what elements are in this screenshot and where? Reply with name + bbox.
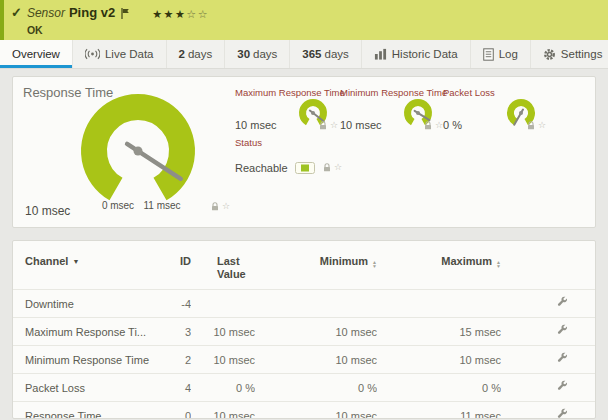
table-row-packet-loss[interactable]: Packet Loss 4 0 % 0 % 0 % bbox=[13, 374, 595, 402]
favorite-star-icon[interactable]: ☆ bbox=[435, 121, 443, 130]
wrench-icon[interactable] bbox=[556, 408, 569, 419]
lock-icon[interactable] bbox=[323, 163, 331, 172]
tab-settings[interactable]: Settings bbox=[531, 40, 608, 68]
cell-maximum: 10 msec bbox=[377, 346, 501, 374]
sensor-kind-label: Sensor bbox=[27, 6, 65, 20]
column-header-id[interactable]: ID bbox=[153, 245, 191, 290]
column-header-maximum[interactable]: Maximum▲▼ bbox=[377, 245, 501, 290]
column-header-channel[interactable]: Channel▼ bbox=[13, 245, 153, 290]
cell-channel[interactable]: Packet Loss bbox=[13, 374, 153, 402]
tab-365-days-label: days bbox=[325, 48, 349, 60]
gear-icon bbox=[543, 48, 556, 61]
favorite-star-icon[interactable]: ☆ bbox=[330, 121, 338, 130]
wrench-icon[interactable] bbox=[556, 296, 569, 309]
tab-historic-data-label: Historic Data bbox=[392, 48, 458, 60]
cell-channel[interactable]: Response Time bbox=[13, 402, 153, 420]
response-time-gauge bbox=[68, 89, 208, 203]
flag-icon[interactable] bbox=[121, 8, 130, 19]
favorite-star-icon[interactable]: ☆ bbox=[222, 202, 230, 211]
favorite-star-icon[interactable]: ☆ bbox=[334, 163, 342, 172]
tab-2-days[interactable]: 2 days bbox=[167, 40, 226, 68]
tab-overview[interactable]: Overview bbox=[0, 40, 73, 68]
mini-gauge-min-response: Minimum Response Time 10 msec ☆ bbox=[340, 87, 442, 98]
tab-2-days-number: 2 bbox=[179, 48, 185, 60]
status-block: Status Reachable ☆ bbox=[235, 137, 405, 148]
table-row-min-response[interactable]: Minimum Response Time 2 10 msec 10 msec … bbox=[13, 346, 595, 374]
lock-icon[interactable] bbox=[527, 121, 535, 130]
star-empty-icon[interactable]: ☆☆ bbox=[186, 8, 209, 20]
gauge-scale-min: 0 msec bbox=[95, 200, 141, 211]
lock-icon[interactable] bbox=[319, 121, 327, 130]
lock-icon[interactable] bbox=[211, 202, 219, 211]
cell-minimum: 10 msec bbox=[255, 402, 377, 420]
gauge-option-icons[interactable]: ☆ bbox=[211, 202, 230, 211]
sensor-title-block: Sensor Ping v2 OK bbox=[27, 6, 130, 36]
table-row-max-response[interactable]: Maximum Response Ti... 3 10 msec 10 msec… bbox=[13, 318, 595, 346]
document-icon bbox=[483, 48, 494, 61]
tab-historic-data[interactable]: Historic Data bbox=[362, 40, 471, 68]
cell-minimum: 10 msec bbox=[255, 318, 377, 346]
favorite-star-icon[interactable]: ☆ bbox=[538, 121, 546, 130]
sensor-status: OK bbox=[27, 24, 130, 36]
cell-settings[interactable] bbox=[501, 402, 595, 420]
priority-stars[interactable]: ★★★☆☆ bbox=[152, 7, 209, 21]
column-header-last-value[interactable]: Last Value bbox=[191, 245, 255, 290]
cell-settings[interactable] bbox=[501, 374, 595, 402]
table-header-row: Channel▼ ID Last Value Minimum▲▼ Maximum… bbox=[13, 245, 595, 290]
cell-last-value: 0 % bbox=[191, 374, 255, 402]
cell-settings[interactable] bbox=[501, 346, 595, 374]
cell-id: -4 bbox=[153, 290, 191, 318]
cell-minimum: 10 msec bbox=[255, 346, 377, 374]
tab-log[interactable]: Log bbox=[471, 40, 531, 68]
gauge-scale-max: 11 msec bbox=[139, 200, 185, 211]
gauges-panel: Response Time 0 msec 11 msec 10 msec ☆ M… bbox=[12, 76, 596, 228]
gauge-option-icons[interactable]: ☆ bbox=[527, 121, 546, 130]
cell-id: 3 bbox=[153, 318, 191, 346]
column-header-channel-label: Channel bbox=[25, 255, 68, 267]
sort-updown-icon: ▲▼ bbox=[496, 260, 501, 268]
tab-settings-label: Settings bbox=[561, 48, 603, 60]
gauge-option-icons[interactable]: ☆ bbox=[323, 163, 342, 172]
table-row-response-time[interactable]: Response Time 0 10 msec 10 msec 11 msec bbox=[13, 402, 595, 420]
live-data-icon bbox=[85, 48, 100, 60]
gauge-option-icons[interactable]: ☆ bbox=[319, 121, 338, 130]
cell-last-value: 10 msec bbox=[191, 346, 255, 374]
status-value: Reachable bbox=[235, 162, 288, 174]
cell-maximum: 0 % bbox=[377, 374, 501, 402]
column-header-minimum-label: Minimum bbox=[320, 255, 368, 267]
mini-gauge-max-response: Maximum Response Time 10 msec ☆ bbox=[235, 87, 337, 98]
tab-30-days-label: days bbox=[253, 48, 277, 60]
channels-table: Channel▼ ID Last Value Minimum▲▼ Maximum… bbox=[13, 245, 595, 419]
status-indicator-icon bbox=[295, 160, 315, 178]
cell-settings[interactable] bbox=[501, 290, 595, 318]
wrench-icon[interactable] bbox=[556, 324, 569, 337]
wrench-icon[interactable] bbox=[556, 380, 569, 393]
lock-icon[interactable] bbox=[424, 121, 432, 130]
table-row-downtime[interactable]: Downtime -4 bbox=[13, 290, 595, 318]
column-header-minimum[interactable]: Minimum▲▼ bbox=[255, 245, 377, 290]
sort-updown-icon: ▲▼ bbox=[372, 260, 377, 268]
sort-desc-icon: ▼ bbox=[72, 258, 79, 265]
cell-minimum: 0 % bbox=[255, 374, 377, 402]
cell-id: 0 bbox=[153, 402, 191, 420]
cell-channel[interactable]: Minimum Response Time bbox=[13, 346, 153, 374]
column-header-maximum-label: Maximum bbox=[441, 255, 492, 267]
cell-last-value: 10 msec bbox=[191, 402, 255, 420]
wrench-icon[interactable] bbox=[556, 352, 569, 365]
tab-30-days[interactable]: 30 days bbox=[225, 40, 290, 68]
cell-minimum bbox=[255, 290, 377, 318]
cell-settings[interactable] bbox=[501, 318, 595, 346]
tab-365-days[interactable]: 365 days bbox=[290, 40, 361, 68]
gauge-needle-hub bbox=[134, 147, 143, 156]
mini-gauge-title: Packet Loss bbox=[443, 87, 545, 98]
tab-30-days-number: 30 bbox=[237, 48, 250, 60]
tab-live-data[interactable]: Live Data bbox=[73, 40, 167, 68]
cell-channel[interactable]: Downtime bbox=[13, 290, 153, 318]
tab-365-days-number: 365 bbox=[302, 48, 321, 60]
cell-last-value bbox=[191, 290, 255, 318]
tab-log-label: Log bbox=[499, 48, 518, 60]
cell-channel[interactable]: Maximum Response Ti... bbox=[13, 318, 153, 346]
gauge-option-icons[interactable]: ☆ bbox=[424, 121, 443, 130]
tab-overview-label: Overview bbox=[12, 48, 60, 60]
star-filled-icon[interactable]: ★★★ bbox=[152, 8, 186, 20]
